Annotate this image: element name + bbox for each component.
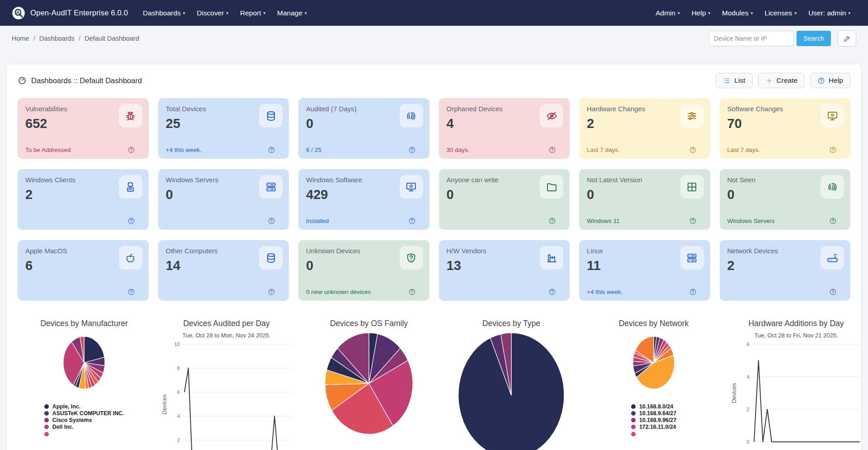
metric-card-network-devices[interactable]: Network Devices2 [720,240,851,301]
nav-item-admin[interactable]: Admin▾ [650,5,685,21]
breadcrumb-dashboards[interactable]: Dashboards [39,35,75,42]
metric-card-orphaned-devices[interactable]: Orphaned Devices430 days. [439,98,570,159]
question-circle-icon[interactable] [268,288,275,296]
legend-item-172-16-11-0-24[interactable]: 172.16.11.0/24 [631,424,676,431]
button-label: Create [777,76,798,85]
question-circle-icon[interactable] [408,146,416,154]
question-circle-icon[interactable] [829,217,837,225]
line-chart[interactable]: 1086420Devices [160,341,293,450]
eye-slash-icon [546,110,558,122]
metric-title: Network Devices [727,247,808,255]
brand[interactable]: Open-AudIT Enterprise 6.0.0 [12,6,128,20]
nav-item-modules[interactable]: Modules▾ [716,5,759,21]
metric-card-software-changes[interactable]: Software Changes70Last 7 days. [720,98,851,159]
edit-button[interactable] [838,30,856,47]
metric-card-apple-macos[interactable]: Apple MacOS6 [18,240,149,301]
metric-card-linux[interactable]: Linux11+4 this week. [579,240,710,301]
legend-item-apple-inc[interactable]: Apple, Inc. [44,403,124,410]
pie-chart[interactable] [302,332,435,436]
pencil-icon [843,35,851,43]
question-circle-icon[interactable] [408,288,416,296]
metric-note: To be Addressed [25,147,71,153]
nav-item-help[interactable]: Help▾ [686,5,716,21]
breadcrumb-home[interactable]: Home [12,35,29,42]
legend-label: 10.168.8.0/24 [639,403,673,410]
legend-item-cisco-systems[interactable]: Cisco Systems [44,417,124,423]
help-button[interactable]: Help [810,73,850,88]
metric-card-windows-clients[interactable]: Windows Clients2 [18,169,149,230]
question-circle-icon[interactable] [548,288,556,296]
pie-chart[interactable] [18,335,151,391]
breadcrumb-bar: Home/Dashboards/Default Dashboard Search [0,26,868,51]
metric-note: 30 days. [447,147,470,153]
metric-title: Windows Clients [25,176,106,184]
chart-title: Devices by Type [458,319,565,329]
legend-dot [631,418,636,422]
legend-item-more[interactable] [44,431,124,437]
grid-icon [686,181,698,193]
question-circle-icon[interactable] [127,288,135,296]
question-circle-icon[interactable] [829,288,837,296]
legend-item-10-168-9-96-27[interactable]: 10.168.9.96/27 [631,417,676,423]
legend-item-dell-inc[interactable]: Dell Inc. [44,424,124,431]
question-circle-icon[interactable] [829,146,837,154]
metric-icon-box [821,246,844,270]
breadcrumb-default-dashboard: Default Dashboard [85,35,139,42]
metric-card-not-latest-version[interactable]: Not Latest Version0Windows 11 [579,169,710,230]
metric-card-vulnerabilities[interactable]: Vulnerabilities652To be Addressed [18,98,149,159]
nav-item-dashboards[interactable]: Dashboards▾ [137,5,191,21]
metric-card-h-w-vendors[interactable]: H/W Vendors13 [439,240,570,301]
legend-label: ASUSTeK COMPUTER INC. [52,410,124,417]
question-circle-icon[interactable] [127,217,135,225]
caret-down-icon: ▾ [226,11,228,15]
caret-down-icon: ▾ [305,11,307,15]
metric-card-anyone-can-write[interactable]: Anyone can write0 [439,169,570,230]
line-chart[interactable]: 6420Devices [730,341,863,450]
question-circle-icon[interactable] [689,288,697,296]
legend-dot [44,425,49,429]
legend-item-10-168-9-64-27[interactable]: 10.168.9.64/27 [631,410,676,417]
metric-title: Unknown Devices [306,247,387,255]
legend-item-asustek-computer-inc[interactable]: ASUSTeK COMPUTER INC. [44,410,124,417]
question-circle-icon[interactable] [689,146,697,154]
nav-item-user-admin[interactable]: User: admin▾ [802,5,856,21]
search-button[interactable]: Search [797,31,831,46]
fingerprint-icon [405,110,417,122]
nav-item-licenses[interactable]: Licenses▾ [759,5,802,21]
search-input[interactable] [709,31,794,46]
openaudit-logo-icon [12,6,25,20]
metric-title: Not Seen [727,176,808,184]
caret-down-icon: ▾ [708,11,711,15]
metric-icon-box [680,175,704,199]
metric-card-hardware-changes[interactable]: Hardware Changes2Last 7 days. [579,98,710,159]
question-circle-icon[interactable] [268,146,275,154]
metric-icon-box [821,104,844,128]
nav-item-discover[interactable]: Discover▾ [191,5,234,21]
metric-card-total-devices[interactable]: Total Devices25+4 this week. [158,98,289,159]
question-circle-icon[interactable] [408,217,416,225]
metric-icon-box [119,104,142,128]
metric-icon-box [400,175,423,199]
legend-item-more[interactable] [631,431,676,437]
list-button[interactable]: List [716,73,752,88]
metric-card-windows-servers[interactable]: Windows Servers0 [158,169,289,230]
metric-note: Windows 11 [587,218,620,224]
nav-item-manage[interactable]: Manage▾ [271,5,313,21]
question-circle-icon[interactable] [548,146,556,154]
pie-chart[interactable] [587,335,720,391]
create-button[interactable]: Create [758,73,805,88]
nav-item-report[interactable]: Report▾ [234,5,271,21]
metric-card-not-seen[interactable]: Not Seen0Windows Servers [720,169,851,230]
question-circle-icon[interactable] [548,217,556,225]
metric-card-windows-software[interactable]: Windows Software429Installed [298,169,429,230]
chart-legend: 10.168.8.0/2410.168.9.64/2710.168.9.96/2… [631,403,676,437]
question-circle-icon[interactable] [268,217,275,225]
question-circle-icon[interactable] [689,217,697,225]
legend-item-10-168-8-0-24[interactable]: 10.168.8.0/24 [631,403,676,410]
question-circle-icon[interactable] [127,146,135,154]
metric-card-unknown-devices[interactable]: Unknown Devices00 new unknown devices [298,240,429,301]
app-title: Open-AudIT Enterprise 6.0.0 [30,9,128,17]
metric-card-other-computers[interactable]: Other Computers14 [158,240,289,301]
metric-card-audited-7-days[interactable]: Audited (7 Days)06 / 25 [298,98,429,159]
pie-chart[interactable] [445,332,578,450]
